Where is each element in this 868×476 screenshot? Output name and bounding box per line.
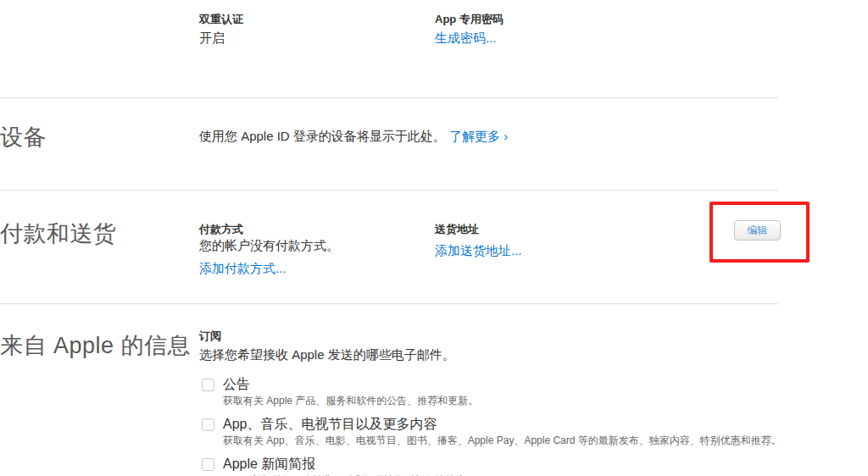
generate-password-link[interactable]: 生成密码... [435, 30, 497, 47]
devices-description: 使用您 Apple ID 登录的设备将显示于此处。 了解更多 › [199, 129, 508, 145]
messages-heading: 来自 Apple 的信息 [0, 330, 191, 361]
apple-news-checkbox[interactable] [202, 458, 214, 471]
payment-method-status: 您的帐户没有付款方式。 [199, 238, 339, 254]
section-divider [0, 97, 778, 98]
checkbox-label[interactable]: 公告 [223, 376, 250, 394]
add-payment-method-link[interactable]: 添加付款方式... [199, 261, 287, 277]
payment-heading: 付款和送货 [0, 219, 117, 249]
two-factor-value: 开启 [199, 30, 225, 47]
checkbox-description: 获取有关 Apple 产品、服务和软件的公告、推荐和更新。 [223, 394, 478, 408]
subscriptions-label: 订阅 [199, 329, 221, 344]
add-shipping-address-link[interactable]: 添加送货地址... [435, 243, 522, 259]
devices-heading: 设备 [0, 122, 47, 152]
shipping-address-label: 送货地址 [435, 222, 479, 237]
checkbox-label[interactable]: Apple 新闻简报 [223, 456, 315, 473]
devices-description-text: 使用您 Apple ID 登录的设备将显示于此处。 [199, 129, 446, 143]
checkbox-description: 获取有关 App、音乐、电影、电视节目、图书、播客、Apple Pay、Appl… [223, 434, 782, 448]
learn-more-link[interactable]: 了解更多 › [449, 129, 508, 143]
edit-button[interactable]: 编辑 [734, 220, 781, 241]
payment-method-label: 付款方式 [199, 222, 243, 237]
apple-id-settings-page: 双重认证 开启 App 专用密码 生成密码... 设备 使用您 Apple ID… [0, 0, 868, 476]
announcements-checkbox[interactable] [202, 379, 214, 391]
apps-music-tv-checkbox[interactable] [202, 418, 214, 431]
checkbox-label[interactable]: App、音乐、电视节目以及更多内容 [223, 416, 437, 434]
two-factor-label: 双重认证 [199, 12, 243, 27]
app-password-label: App 专用密码 [435, 12, 504, 27]
section-divider [0, 303, 778, 304]
section-divider [0, 190, 778, 191]
subscriptions-description: 选择您希望接收 Apple 发送的哪些电子邮件。 [199, 347, 455, 363]
